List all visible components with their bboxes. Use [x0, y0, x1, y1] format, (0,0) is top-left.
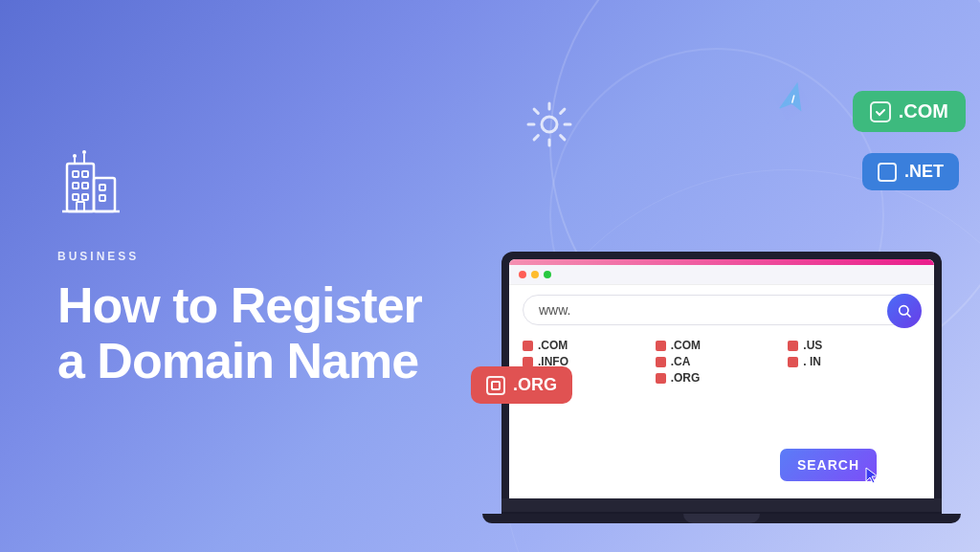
- badge-com-icon: [870, 101, 891, 122]
- domain-item-com1: .COM: [523, 339, 656, 352]
- laptop-screen: www. .COM .COM .US .INFO: [509, 259, 934, 498]
- search-button[interactable]: SEARCH: [780, 449, 877, 481]
- svg-rect-4: [73, 183, 78, 188]
- badge-net: .NET: [862, 153, 959, 190]
- domain-us-text: .US: [803, 339, 822, 352]
- badge-net-label: .NET: [904, 162, 944, 182]
- left-content: BUSINESS How to Register a Domain Name: [57, 0, 459, 552]
- title-line1: How to Register: [57, 277, 422, 333]
- browser-search-bar[interactable]: www.: [523, 295, 921, 325]
- browser-dot-yellow: [531, 271, 539, 278]
- domain-item-in: . IN: [788, 355, 921, 368]
- category-label: BUSINESS: [57, 250, 459, 263]
- domain-in-text: . IN: [803, 355, 821, 368]
- domain-ca-text: .CA: [671, 355, 691, 368]
- badge-org: .ORG: [471, 366, 572, 404]
- svg-rect-7: [82, 194, 88, 200]
- svg-rect-2: [73, 171, 78, 177]
- svg-rect-3: [82, 171, 88, 177]
- laptop-base: [501, 498, 942, 514]
- domain-list: .COM .COM .US .INFO .CA . IN .NET .ORG: [509, 333, 934, 390]
- title-line2: a Domain Name: [57, 333, 418, 388]
- svg-rect-0: [67, 164, 94, 211]
- domain-item-org: .ORG: [656, 371, 789, 385]
- domain-com2-text: .COM: [671, 339, 701, 352]
- browser-chrome: [509, 265, 934, 285]
- browser-dot-red: [519, 271, 526, 278]
- search-icon-button[interactable]: [887, 294, 922, 328]
- search-www-text: www.: [539, 302, 570, 318]
- laptop-notch: [683, 514, 760, 523]
- right-illustration: www. .COM .COM .US .INFO: [444, 0, 980, 552]
- main-title: How to Register a Domain Name: [57, 278, 459, 387]
- domain-item-us: .US: [788, 339, 921, 352]
- cursor-icon: [864, 466, 881, 489]
- gear-icon: [521, 96, 578, 153]
- badge-com-label: .COM: [899, 100, 948, 122]
- domain-item-empty: [788, 371, 921, 385]
- browser-dot-green: [544, 271, 551, 278]
- badge-org-label: .ORG: [513, 375, 557, 395]
- domain-org-text: .ORG: [671, 371, 701, 385]
- svg-rect-5: [82, 183, 88, 188]
- laptop-bottom: [482, 514, 961, 523]
- building-icon: [57, 144, 134, 221]
- domain-com1-text: .COM: [538, 339, 568, 352]
- badge-org-icon: [486, 376, 505, 395]
- svg-rect-10: [77, 202, 84, 211]
- svg-rect-9: [100, 195, 105, 201]
- svg-rect-8: [100, 185, 105, 190]
- domain-item-com2: .COM: [656, 339, 789, 352]
- paper-plane-icon: [772, 81, 814, 125]
- svg-point-15: [82, 150, 86, 154]
- domain-item-ca: .CA: [656, 355, 789, 368]
- page-background: BUSINESS How to Register a Domain Name: [0, 0, 980, 552]
- svg-rect-6: [73, 194, 78, 200]
- svg-point-13: [73, 154, 77, 158]
- badge-com: .COM: [853, 91, 966, 132]
- badge-net-icon: [878, 163, 897, 182]
